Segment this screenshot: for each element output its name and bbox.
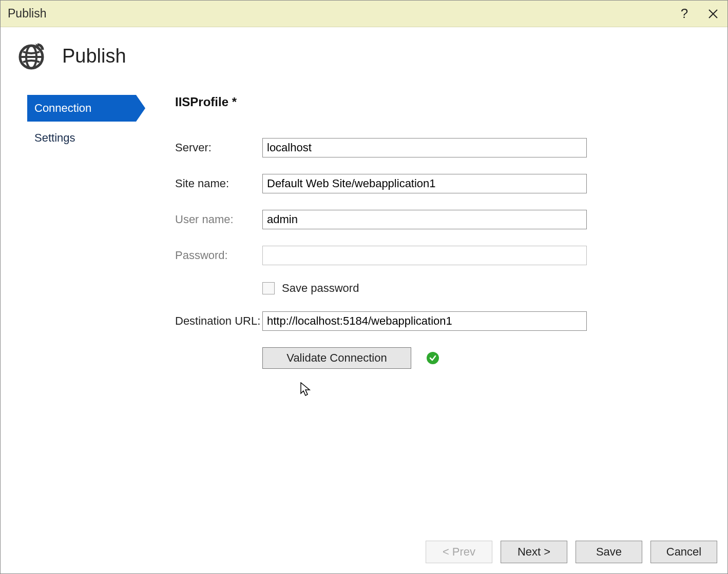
save-password-label: Save password (282, 282, 359, 295)
validate-connection-button[interactable]: Validate Connection (262, 347, 411, 369)
save-password-checkbox[interactable] (262, 282, 275, 294)
server-input[interactable] (262, 138, 587, 157)
user-name-input[interactable] (262, 210, 587, 229)
footer-buttons: < Prev Next > Save Cancel (426, 541, 717, 563)
site-name-label: Site name: (175, 177, 262, 190)
window-title: Publish (8, 7, 46, 21)
destination-url-input[interactable] (262, 311, 587, 331)
close-button[interactable] (699, 1, 727, 27)
cursor-icon (300, 382, 313, 398)
content-panel: IISProfile * Server: Site name: User nam… (175, 95, 727, 369)
sidebar-item-connection[interactable]: Connection (27, 95, 136, 122)
destination-url-label: Destination URL: (175, 314, 262, 328)
globe-publish-icon (17, 42, 46, 70)
help-button[interactable]: ? (670, 1, 699, 27)
next-button[interactable]: Next > (501, 541, 567, 563)
page-title: Publish (62, 45, 126, 67)
password-input[interactable] (262, 246, 587, 265)
sidebar-item-label: Connection (34, 102, 91, 115)
cancel-button[interactable]: Cancel (650, 541, 717, 563)
profile-title: IISProfile * (175, 95, 697, 109)
close-icon (708, 9, 718, 19)
save-button[interactable]: Save (576, 541, 642, 563)
server-label: Server: (175, 141, 262, 154)
user-name-label: User name: (175, 213, 262, 226)
password-label: Password: (175, 249, 262, 262)
success-check-icon (427, 352, 439, 364)
sidebar-item-label: Settings (34, 131, 75, 145)
sidebar-item-settings[interactable]: Settings (27, 125, 175, 151)
page-header: Publish (17, 42, 727, 70)
sidebar: Connection Settings (27, 95, 175, 154)
prev-button: < Prev (426, 541, 492, 563)
site-name-input[interactable] (262, 174, 587, 193)
titlebar: Publish ? (1, 1, 727, 27)
